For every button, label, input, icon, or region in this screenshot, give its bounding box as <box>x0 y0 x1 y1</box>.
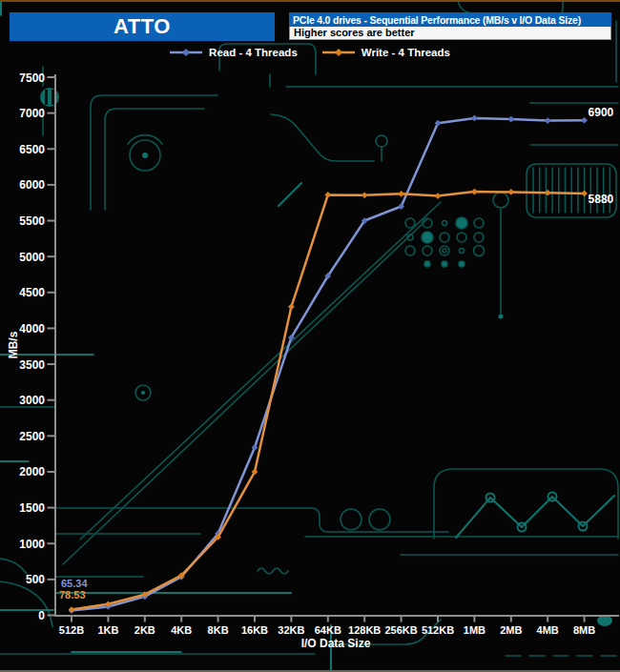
write-data-marker <box>581 191 588 197</box>
x-tick-label: 128KB <box>348 624 381 636</box>
x-tick-label: 64KB <box>315 624 341 636</box>
legend-item-read: Read - 4 Threads <box>170 47 298 58</box>
value-annotation: 65.34 <box>61 578 88 589</box>
hatch-block <box>527 164 616 217</box>
chart-title: PCIe 4.0 drives - Sequential Performance… <box>289 12 611 27</box>
y-tick-label: 1000 <box>19 538 45 551</box>
chart-subtitle: Higher scores are better <box>289 27 611 40</box>
top-edge-strip <box>0 0 620 2</box>
y-tick-label: 500 <box>26 573 45 586</box>
vendor-logo: ATTO <box>10 12 275 41</box>
legend-label-read: Read - 4 Threads <box>209 47 298 58</box>
read-data-marker <box>507 116 514 123</box>
y-tick-label: 5500 <box>19 214 45 228</box>
write-data-marker <box>471 189 478 195</box>
chart-canvas: 0500100015002000250030003500400045005000… <box>0 0 620 672</box>
y-tick-label: 4000 <box>19 322 45 336</box>
x-tick-label: 256KB <box>384 624 417 636</box>
write-line-swatch <box>322 48 355 57</box>
x-tick-label: 4MB <box>537 624 559 636</box>
value-annotation: 78.53 <box>59 589 86 601</box>
y-tick-label: 7000 <box>19 107 45 120</box>
write-data-marker <box>398 191 404 197</box>
legend: Read - 4 Threads Write - 4 Threads <box>0 47 620 58</box>
plot-area: 0500100015002000250030003500400045005000… <box>19 71 619 637</box>
x-tick-label: 1MB <box>464 624 486 636</box>
value-annotation: 5880 <box>589 193 614 206</box>
y-tick-label: 4500 <box>19 286 45 299</box>
y-tick-label: 0 <box>38 609 45 622</box>
y-tick-label: 1500 <box>19 501 45 515</box>
x-tick-label: 8MB <box>573 624 595 636</box>
read-data-marker <box>252 444 258 451</box>
y-tick-label: 5000 <box>19 251 45 264</box>
write-series-line <box>72 192 585 609</box>
read-line-swatch <box>170 48 202 57</box>
chart-title-box: PCIe 4.0 drives - Sequential Performance… <box>289 12 611 40</box>
value-annotation: 6900 <box>589 106 614 119</box>
write-data-marker <box>435 193 442 199</box>
read-data-marker <box>545 117 551 124</box>
legend-item-write: Write - 4 Threads <box>322 47 450 58</box>
x-tick-label: 1KB <box>97 624 118 636</box>
x-tick-label: 16KB <box>241 624 268 636</box>
write-data-marker <box>507 189 514 195</box>
x-tick-label: 512KB <box>422 624 454 636</box>
x-tick-label: 512B <box>59 624 84 636</box>
y-tick-label: 2500 <box>19 430 45 443</box>
y-tick-label: 7500 <box>19 71 45 85</box>
y-axis-title: MB/s <box>7 331 20 358</box>
x-tick-label: 2KB <box>134 624 155 636</box>
y-tick-label: 6500 <box>19 143 45 156</box>
y-tick-label: 3500 <box>19 358 45 372</box>
write-data-marker <box>288 303 295 310</box>
x-tick-label: 4KB <box>171 624 192 636</box>
y-tick-label: 6000 <box>19 178 45 192</box>
y-tick-label: 3000 <box>19 394 45 407</box>
atto-benchmark-chart: 0500100015002000250030003500400045005000… <box>0 0 620 672</box>
y-tick-label: 2000 <box>19 465 45 479</box>
read-data-marker <box>581 117 588 124</box>
x-tick-label: 2MB <box>500 624 522 636</box>
x-tick-label: 8KB <box>208 624 229 636</box>
write-data-marker <box>69 606 75 613</box>
write-data-marker <box>362 192 368 198</box>
x-tick-label: 32KB <box>278 624 304 636</box>
legend-label-write: Write - 4 Threads <box>362 47 450 58</box>
write-data-marker <box>324 192 331 198</box>
x-axis-title: I/O Data Size <box>301 637 371 650</box>
circuit-board-pattern <box>0 0 618 672</box>
read-data-marker <box>471 115 478 122</box>
